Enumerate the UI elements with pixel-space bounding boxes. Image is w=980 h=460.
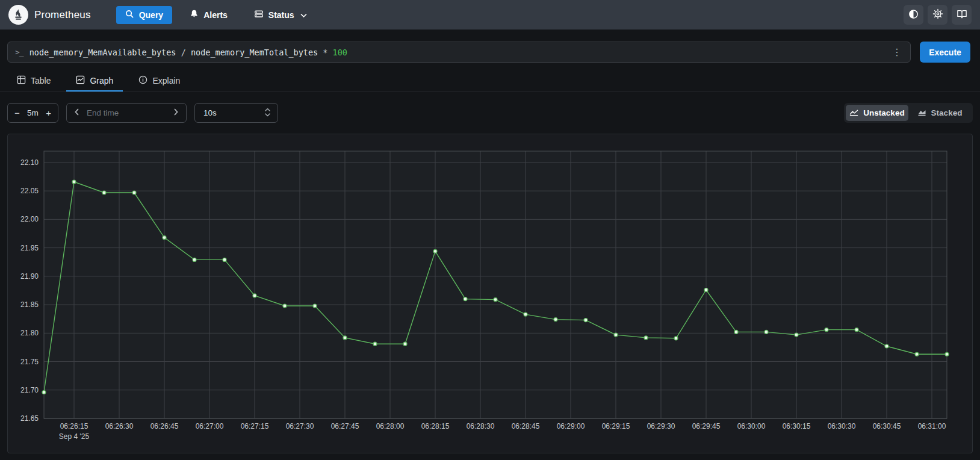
svg-text:06:28:30: 06:28:30 — [467, 422, 495, 430]
svg-text:22.00: 22.00 — [20, 215, 39, 223]
navbar-actions — [904, 5, 972, 25]
resolution-picker: 10s — [194, 103, 278, 123]
unstacked-button[interactable]: Unstacked — [846, 105, 908, 121]
prometheus-logo-icon — [8, 5, 28, 25]
svg-text:06:27:45: 06:27:45 — [331, 422, 359, 430]
end-time-input[interactable] — [87, 108, 173, 117]
svg-text:06:29:30: 06:29:30 — [647, 422, 675, 430]
duration-increase-button[interactable]: + — [46, 108, 51, 118]
tab-table[interactable]: Table — [7, 71, 60, 92]
svg-text:06:30:00: 06:30:00 — [737, 422, 766, 430]
brand-title[interactable]: Prometheus — [34, 9, 91, 21]
graph-panel: 06:26:1506:26:3006:26:4506:27:0006:27:15… — [7, 134, 973, 453]
table-icon — [17, 75, 26, 86]
execute-button[interactable]: Execute — [920, 42, 970, 63]
svg-text:21.65: 21.65 — [20, 414, 39, 423]
nav-status-button[interactable]: Status — [245, 6, 316, 24]
settings-button[interactable] — [928, 5, 947, 25]
search-icon — [125, 10, 134, 20]
theme-toggle-button[interactable] — [904, 5, 923, 25]
stacked-button[interactable]: Stacked — [908, 105, 971, 121]
svg-text:06:30:30: 06:30:30 — [828, 422, 856, 430]
svg-text:21.90: 21.90 — [20, 272, 39, 281]
nav-status-label: Status — [268, 10, 294, 20]
chevron-left-icon — [74, 108, 79, 117]
stacked-label: Stacked — [931, 108, 963, 117]
svg-text:22.05: 22.05 — [20, 187, 39, 195]
svg-text:06:31:00: 06:31:00 — [918, 422, 946, 430]
unstacked-label: Unstacked — [863, 108, 904, 117]
server-stack-icon — [254, 9, 264, 20]
docs-book-icon — [957, 9, 967, 20]
svg-text:21.95: 21.95 — [20, 244, 39, 252]
svg-text:06:27:00: 06:27:00 — [196, 422, 224, 430]
nav-query-button[interactable]: Query — [116, 6, 172, 24]
graph-icon — [76, 75, 85, 86]
settings-gear-icon — [932, 8, 943, 21]
nav-query-label: Query — [139, 10, 163, 20]
result-tabs: Table Graph Explain — [0, 71, 980, 92]
nav-alerts-button[interactable]: Alerts — [181, 6, 237, 24]
nav-alerts-label: Alerts — [203, 10, 228, 20]
svg-text:06:30:15: 06:30:15 — [783, 422, 811, 430]
resolution-value[interactable]: 10s — [203, 108, 217, 117]
prometheus-app: Prometheus Query Alerts — [0, 0, 980, 460]
svg-text:06:29:00: 06:29:00 — [557, 422, 585, 430]
chevron-right-icon — [173, 108, 179, 117]
tab-explain[interactable]: Explain — [129, 71, 190, 92]
brand: Prometheus — [8, 5, 91, 25]
svg-text:06:28:00: 06:28:00 — [376, 422, 405, 430]
info-icon — [138, 75, 147, 86]
svg-text:06:28:45: 06:28:45 — [512, 422, 540, 430]
resolution-stepper[interactable] — [264, 107, 271, 119]
svg-text:06:26:15: 06:26:15 — [60, 422, 88, 430]
svg-text:06:29:45: 06:29:45 — [692, 422, 721, 430]
svg-text:21.85: 21.85 — [20, 300, 39, 309]
stacking-toggle: Unstacked Stacked — [844, 103, 973, 123]
docs-button[interactable] — [952, 5, 972, 25]
line-chart-icon — [849, 108, 858, 118]
query-input[interactable]: >_ node_memory_MemAvailable_bytes / node… — [7, 42, 911, 63]
tab-table-label: Table — [31, 76, 51, 85]
bell-icon — [190, 9, 199, 20]
end-time-picker — [66, 103, 187, 123]
kebab-menu-button[interactable]: ⋮ — [884, 46, 910, 58]
svg-text:06:26:45: 06:26:45 — [150, 422, 179, 430]
svg-text:21.75: 21.75 — [20, 358, 39, 366]
svg-text:22.10: 22.10 — [20, 158, 39, 167]
query-expression[interactable]: node_memory_MemAvailable_bytes / node_me… — [29, 48, 884, 57]
duration-decrease-button[interactable]: − — [14, 108, 20, 118]
duration-picker: − 5m + — [7, 103, 58, 123]
top-navbar: Prometheus Query Alerts — [0, 0, 980, 30]
svg-text:21.70: 21.70 — [20, 386, 39, 394]
theme-contrast-icon — [908, 9, 919, 21]
svg-text:06:29:15: 06:29:15 — [602, 422, 630, 430]
tab-graph[interactable]: Graph — [66, 71, 123, 92]
duration-value[interactable]: 5m — [27, 108, 39, 117]
svg-text:21.80: 21.80 — [20, 329, 39, 337]
tab-explain-label: Explain — [152, 76, 180, 85]
svg-text:06:27:30: 06:27:30 — [286, 422, 314, 430]
svg-text:06:28:15: 06:28:15 — [421, 422, 450, 430]
svg-text:Sep 4 '25: Sep 4 '25 — [59, 432, 90, 441]
main-nav: Query Alerts — [116, 6, 316, 24]
svg-text:06:27:15: 06:27:15 — [241, 422, 269, 430]
terminal-prompt-icon: >_ — [15, 48, 23, 57]
svg-text:06:30:45: 06:30:45 — [873, 422, 901, 430]
end-time-back-button[interactable] — [74, 108, 79, 117]
area-chart-icon — [917, 108, 926, 118]
end-time-forward-button[interactable] — [173, 108, 179, 117]
chevron-down-icon — [300, 10, 307, 20]
chart-canvas[interactable]: 06:26:1506:26:3006:26:4506:27:0006:27:15… — [8, 134, 969, 447]
tab-graph-label: Graph — [90, 76, 113, 85]
chevron-up-down-icon — [264, 107, 271, 119]
svg-text:06:26:30: 06:26:30 — [105, 422, 134, 430]
